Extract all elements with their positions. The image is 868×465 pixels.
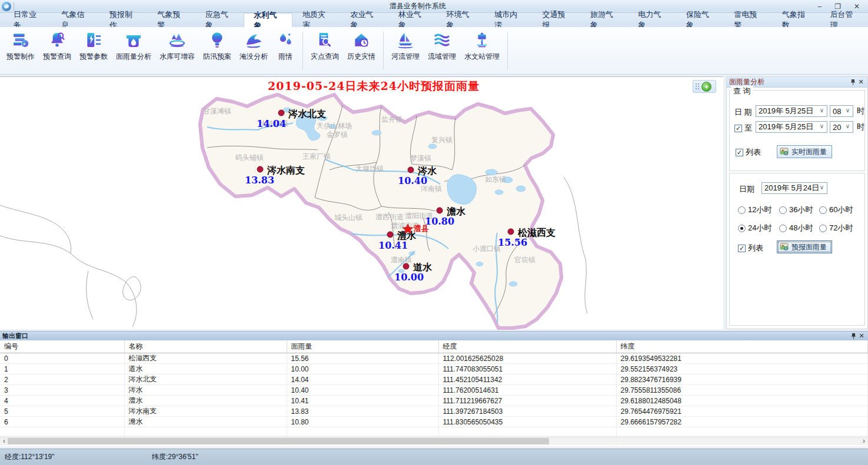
svg-text:大堰垱镇: 大堰垱镇 xyxy=(355,165,384,173)
duration-12h-radio[interactable] xyxy=(738,206,746,214)
toolbar-alert-search[interactable]: 预警查询 xyxy=(39,31,75,62)
output-titlebar: 输出窗口 ✕ xyxy=(0,332,868,340)
zoom-in-button[interactable]: + xyxy=(701,82,711,92)
panel-close-icon[interactable]: ✕ xyxy=(857,78,865,86)
toolbar-area-rain-analysis[interactable]: 面雨量分析 xyxy=(112,31,155,62)
menu-agriculture[interactable]: 农业气象 xyxy=(341,13,389,27)
svg-text:王家厂镇: 王家厂镇 xyxy=(302,152,331,160)
table-row[interactable]: 6澹水10.80111.83056505043529.6666157957282 xyxy=(0,417,868,427)
drag-grip-icon[interactable] xyxy=(695,83,700,90)
toolbar-hydrostation-manage[interactable]: 水文站管理 xyxy=(460,31,504,62)
inundation-analysis-icon xyxy=(244,31,263,49)
table-row[interactable]: 2涔水北支14.04111.45210541134229.88234767169… xyxy=(0,374,868,385)
table-header-row: 编号 名称 面雨量 经度 纬度 xyxy=(0,340,868,353)
forecast-list-label: 列表 xyxy=(748,243,763,253)
col-latitude: 纬度 xyxy=(616,340,868,353)
menu-forestry[interactable]: 林业气象 xyxy=(388,13,437,27)
svg-text:澧南镇: 澧南镇 xyxy=(391,256,412,264)
toolbar-alert-compose[interactable]: 预警制作 xyxy=(2,31,39,62)
output-table: 编号 名称 面雨量 经度 纬度 0松滋西支15.56112.0016256250… xyxy=(0,340,868,449)
county-map: 甘溪滩镇 盐井镇 天供山林场 金罗镇 火连坡镇 复兴镇 码头铺镇 王家厂镇 大堰… xyxy=(0,77,723,330)
realtime-rain-button[interactable]: 实时面雨量 xyxy=(777,145,832,158)
query-groupbox: 查 询 日 期 2019年 5月25日 ∨ 08 ∨ 时 ✓ 至 2019年 5… xyxy=(729,90,865,171)
hour-to-combo[interactable]: 20 ∨ xyxy=(830,121,853,133)
forecast-list-checkbox[interactable]: ✓ xyxy=(738,245,746,252)
col-id: 编号 xyxy=(0,340,124,353)
table-empty-row xyxy=(0,427,868,436)
pin-icon[interactable] xyxy=(849,78,857,86)
to-checkbox[interactable]: ✓ xyxy=(734,125,742,132)
reservoir-capacity-icon xyxy=(168,31,187,49)
svg-text:盐井镇: 盐井镇 xyxy=(381,115,403,123)
menu-insurance[interactable]: 保险气象 xyxy=(676,13,724,27)
output-title: 输出窗口 xyxy=(2,332,849,340)
duration-60h-radio[interactable] xyxy=(819,206,827,214)
menu-weather-info[interactable]: 气象信息 xyxy=(52,13,100,27)
hour-from-combo[interactable]: 08 ∨ xyxy=(830,105,853,117)
svg-text:码头铺镇: 码头铺镇 xyxy=(235,153,264,162)
table-row[interactable]: 4澧水10.41111.71121966762729.6188012485048 xyxy=(0,396,868,406)
forecast-date-combo[interactable]: 2019年 5月24日 ∨ xyxy=(761,182,827,194)
toolbar-history-disaster[interactable]: 历史灾情 xyxy=(343,31,380,62)
toolbar-separator xyxy=(383,32,384,69)
svg-text:涔水北支: 涔水北支 xyxy=(288,108,326,119)
rain-info-icon xyxy=(276,31,295,49)
toolbar-flood-plan[interactable]: 防汛预案 xyxy=(199,31,235,62)
menu-daily[interactable]: 日常业务 xyxy=(4,13,52,27)
table-row[interactable]: 5涔水南支13.83111.39726718450329.76544769759… xyxy=(0,406,868,417)
minimize-button[interactable]: – xyxy=(817,2,822,11)
menu-environment[interactable]: 环境气象 xyxy=(437,13,485,27)
menu-hydro-weather[interactable]: 水利气象 xyxy=(244,13,293,27)
toolbar-rain-info[interactable]: 雨情 xyxy=(272,31,299,62)
forecast-rain-button[interactable]: 预报面雨量 xyxy=(777,240,832,253)
app-globe-icon xyxy=(2,2,11,11)
toolbar-alert-params[interactable]: 预警参数 xyxy=(75,31,112,62)
list-checkbox[interactable]: ✓ xyxy=(736,149,743,156)
toolbar-river-manage[interactable]: 河流管理 xyxy=(387,31,424,62)
menu-admin[interactable]: 后台管理 xyxy=(820,13,868,27)
to-label: 至 xyxy=(744,123,752,133)
basin-manage-icon xyxy=(433,31,451,49)
toolbar-disaster-point-search[interactable]: 灾点查询 xyxy=(307,31,343,62)
chevron-down-icon: ∨ xyxy=(844,107,852,115)
menu-traffic[interactable]: 交通预报 xyxy=(533,13,581,27)
menu-weather-warning[interactable]: 气象预警 xyxy=(148,13,196,27)
horizontal-scrollbar[interactable]: ‹ › xyxy=(0,437,868,445)
query-caption: 查 询 xyxy=(731,86,753,96)
scroll-right-icon[interactable]: › xyxy=(860,437,868,445)
scroll-left-icon[interactable]: ‹ xyxy=(0,437,8,445)
status-latitude: 纬度:29°36'51" xyxy=(152,452,198,462)
menu-weather-index[interactable]: 气象指数 xyxy=(772,13,820,27)
menu-forecast-make[interactable]: 预报制作 xyxy=(99,13,148,27)
map-canvas[interactable]: 甘溪滩镇 盐井镇 天供山林场 金罗镇 火连坡镇 复兴镇 码头铺镇 王家厂镇 大堰… xyxy=(0,76,723,329)
toolbar-basin-manage[interactable]: 流域管理 xyxy=(424,31,460,62)
menu-emergency[interactable]: 应急气象 xyxy=(195,13,244,27)
table-row[interactable]: 0松滋西支15.56112.00162562502829.61935495322… xyxy=(0,353,868,364)
date-from-label: 日 期 xyxy=(734,107,752,118)
duration-48h-radio[interactable] xyxy=(779,225,787,232)
menu-lightning[interactable]: 雷电预警 xyxy=(724,13,773,27)
toolbar-reservoir-capacity[interactable]: 水库可增容 xyxy=(155,31,199,62)
menu-urban-flood[interactable]: 城市内涝 xyxy=(484,13,533,27)
duration-24h-radio[interactable] xyxy=(738,225,746,232)
table-row[interactable]: 1道水10.00111.74708305505129.552156374923 xyxy=(0,364,868,374)
menu-geo-disaster[interactable]: 地质灾害 xyxy=(292,13,341,27)
map-thumbnail-icon xyxy=(780,242,789,252)
svg-text:复兴镇: 复兴镇 xyxy=(431,136,453,144)
menu-tourism[interactable]: 旅游气象 xyxy=(580,13,628,27)
toolbar-inundation-analysis[interactable]: 淹没分析 xyxy=(235,31,272,62)
table-row[interactable]: 3涔水10.40111.7620051463129.7555811355086 xyxy=(0,385,868,396)
date-from-combo[interactable]: 2019年 5月25日 ∨ xyxy=(756,105,827,117)
menu-power[interactable]: 电力气象 xyxy=(628,13,677,27)
output-close-icon[interactable]: ✕ xyxy=(857,332,866,340)
disaster-point-search-icon xyxy=(315,31,334,49)
duration-72h-radio[interactable] xyxy=(819,225,827,232)
date-to-combo[interactable]: 2019年 5月25日 ∨ xyxy=(756,121,827,133)
svg-text:澧西街道: 澧西街道 xyxy=(375,213,404,221)
forecast-groupbox: 日期 2019年 5月24日 ∨ 12小时 36小时 60小时 24小时 48小… xyxy=(729,173,865,326)
alert-search-icon xyxy=(48,31,66,49)
scrollbar-thumb[interactable] xyxy=(8,438,549,444)
pin-icon[interactable] xyxy=(849,332,857,340)
col-area-rain: 面雨量 xyxy=(287,340,438,353)
duration-36h-radio[interactable] xyxy=(779,206,787,214)
